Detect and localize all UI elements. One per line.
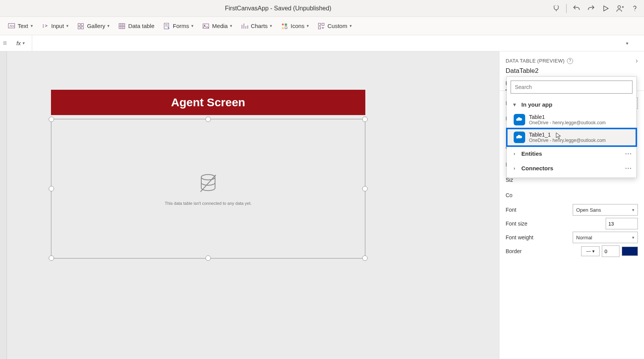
- datasource-item-table1-1[interactable]: Table1_1 OneDrive - henry.legge@outlook.…: [507, 128, 636, 146]
- section-entities[interactable]: › Entities ⋯: [507, 146, 636, 161]
- datatable-empty-message: This data table isn't connected to any d…: [165, 201, 252, 206]
- svg-point-11: [204, 25, 205, 26]
- diagnostics-icon[interactable]: [552, 4, 561, 13]
- prop-label: Border: [506, 248, 522, 254]
- custom-icon: [317, 22, 325, 30]
- text-icon: Abc: [8, 22, 15, 30]
- section-connectors[interactable]: › Connectors ⋯: [507, 161, 636, 175]
- prop-color: Co: [506, 188, 638, 203]
- item-sub: OneDrive - henry.legge@outlook.com: [529, 138, 606, 143]
- ribbon-label: Icons: [291, 23, 304, 29]
- ribbon-charts[interactable]: Charts ▾: [241, 22, 272, 30]
- undo-icon[interactable]: [572, 4, 581, 13]
- help-circle-icon[interactable]: ?: [567, 58, 573, 64]
- insert-ribbon: Abc Text ▾ Input ▾ Gallery ▾ Data table …: [0, 17, 644, 35]
- ribbon-forms[interactable]: Forms ▾: [163, 22, 194, 30]
- svg-rect-5: [81, 23, 84, 26]
- forms-icon: [163, 22, 171, 30]
- fx-selector[interactable]: fx▾: [9, 35, 32, 51]
- section-in-your-app[interactable]: ▾ In your app: [507, 98, 636, 111]
- prop-font-weight: Font weight Normal ▾: [506, 231, 638, 244]
- svg-point-12: [282, 23, 284, 25]
- more-icon[interactable]: ⋯: [625, 164, 632, 172]
- section-label: In your app: [521, 101, 552, 108]
- border-color-swatch[interactable]: [622, 247, 638, 256]
- panel-collapse-icon[interactable]: ›: [636, 57, 638, 65]
- resize-handle[interactable]: [362, 117, 368, 122]
- input-icon: [41, 22, 49, 30]
- item-text: Table1_1 OneDrive - henry.legge@outlook.…: [529, 132, 606, 143]
- ribbon-input[interactable]: Input ▾: [41, 22, 69, 30]
- svg-rect-6: [78, 26, 80, 29]
- svg-point-1: [634, 10, 635, 11]
- formula-expand-icon[interactable]: ▾: [622, 41, 632, 46]
- properties-panel: DATA TABLE (PREVIEW) ? › DataTable2 Prop…: [499, 51, 644, 359]
- chevron-down-icon: ▾: [511, 102, 518, 107]
- resize-handle[interactable]: [362, 186, 368, 191]
- chevron-down-icon: ▾: [632, 207, 634, 212]
- resize-handle[interactable]: [205, 117, 211, 122]
- more-icon[interactable]: ⋯: [625, 149, 632, 158]
- prop-font: Font Open Sans ▾: [506, 203, 638, 217]
- svg-point-0: [618, 5, 621, 8]
- ribbon-label: Forms: [173, 23, 189, 29]
- font-weight-select[interactable]: Normal ▾: [573, 232, 638, 243]
- canvas[interactable]: Agent Screen This data table isn't conne…: [7, 51, 499, 359]
- ribbon-icons[interactable]: Icons ▾: [281, 22, 309, 30]
- ribbon-label: Gallery: [87, 23, 105, 29]
- ribbon-datatable[interactable]: Data table: [118, 22, 154, 30]
- prop-label: Font: [506, 207, 516, 213]
- ribbon-label: Media: [212, 23, 228, 29]
- prop-label: Font weight: [506, 234, 533, 240]
- resize-handle[interactable]: [49, 186, 54, 191]
- border-style-select[interactable]: — ▾: [581, 246, 600, 256]
- redo-icon[interactable]: [586, 4, 596, 13]
- ribbon-label: Text: [18, 23, 28, 29]
- chevron-down-icon: ▾: [107, 23, 110, 28]
- main-area: Agent Screen This data table isn't conne…: [0, 51, 644, 359]
- formula-bar: = fx▾ ▾: [0, 35, 644, 51]
- section-label: Connectors: [521, 165, 553, 171]
- item-name: Table1_1: [529, 132, 606, 138]
- chevron-down-icon: ▾: [307, 23, 309, 28]
- canvas-content: Agent Screen This data table isn't conne…: [51, 90, 365, 259]
- item-text: Table1 OneDrive - henry.legge@outlook.co…: [529, 114, 606, 125]
- svg-rect-10: [203, 24, 209, 28]
- resize-handle[interactable]: [49, 117, 54, 122]
- ribbon-text[interactable]: Abc Text ▾: [8, 22, 33, 30]
- formula-input[interactable]: [32, 35, 622, 51]
- svg-rect-15: [319, 23, 321, 25]
- play-icon[interactable]: [601, 4, 610, 13]
- resize-handle[interactable]: [49, 255, 54, 261]
- help-icon[interactable]: [630, 4, 639, 13]
- charts-icon: [241, 22, 248, 30]
- title-actions: [552, 4, 639, 13]
- chevron-right-icon: ›: [511, 165, 518, 171]
- dropdown-search: [511, 81, 632, 94]
- datatable-control[interactable]: This data table isn't connected to any d…: [51, 119, 365, 259]
- left-gutter[interactable]: [0, 51, 7, 359]
- border-width-input[interactable]: [602, 245, 619, 257]
- chevron-down-icon: ▾: [350, 23, 352, 28]
- chevron-down-icon: ▾: [31, 23, 33, 28]
- svg-rect-16: [322, 23, 324, 25]
- chevron-right-icon: ›: [511, 151, 518, 156]
- gallery-icon: [77, 22, 85, 30]
- datasource-item-table1[interactable]: Table1 OneDrive - henry.legge@outlook.co…: [507, 111, 636, 128]
- chevron-down-icon: ▾: [66, 23, 69, 28]
- ribbon-gallery[interactable]: Gallery ▾: [77, 22, 110, 30]
- ribbon-media[interactable]: Media ▾: [202, 22, 232, 30]
- svg-point-14: [285, 26, 288, 29]
- resize-handle[interactable]: [205, 255, 211, 261]
- search-input[interactable]: [511, 81, 632, 94]
- table-icon: [118, 22, 126, 30]
- font-select[interactable]: Open Sans ▾: [573, 204, 638, 216]
- screen-header[interactable]: Agent Screen: [51, 90, 365, 115]
- ribbon-label: Data table: [128, 23, 154, 29]
- ribbon-custom[interactable]: Custom ▾: [317, 22, 352, 30]
- resize-handle[interactable]: [362, 255, 368, 261]
- font-size-input[interactable]: [606, 218, 638, 229]
- chevron-down-icon: ▾: [270, 23, 272, 28]
- ribbon-label: Charts: [251, 23, 268, 29]
- share-icon[interactable]: [616, 4, 625, 13]
